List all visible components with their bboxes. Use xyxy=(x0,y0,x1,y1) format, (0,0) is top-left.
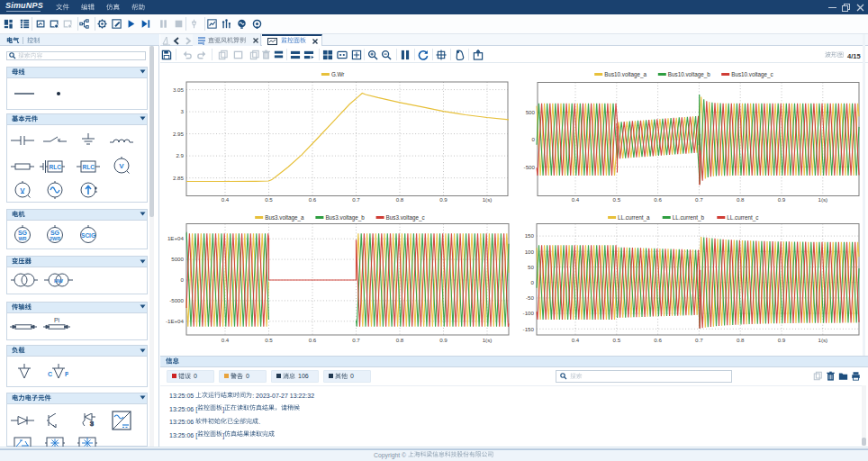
svg-text:-1E+04: -1E+04 xyxy=(166,318,185,324)
svg-text:0.4: 0.4 xyxy=(222,337,230,343)
svg-text:0.7: 0.7 xyxy=(352,196,360,203)
svg-text:0.7: 0.7 xyxy=(695,337,703,343)
svg-text:0.6: 0.6 xyxy=(309,196,317,203)
svg-text:0.5: 0.5 xyxy=(612,196,620,203)
svg-text:LL.current_b: LL.current_b xyxy=(673,214,705,221)
svg-text:0.8: 0.8 xyxy=(396,196,404,203)
svg-text:2.85: 2.85 xyxy=(173,175,185,181)
svg-text:Pi: Pi xyxy=(54,317,60,323)
svg-text:3: 3 xyxy=(90,420,94,427)
svg-text:50: 50 xyxy=(528,264,534,270)
svg-text:-150: -150 xyxy=(523,326,535,332)
svg-text:0: 0 xyxy=(531,279,535,285)
svg-text:1(s): 1(s) xyxy=(818,337,827,343)
svg-text:0.5: 0.5 xyxy=(265,196,273,203)
svg-text:Bus3.voltage_b: Bus3.voltage_b xyxy=(325,214,365,221)
svg-text:SG: SG xyxy=(50,230,60,236)
svg-text:100: 100 xyxy=(525,249,535,255)
svg-text:Bus3.voltage_c: Bus3.voltage_c xyxy=(386,214,425,221)
svg-text:0.9: 0.9 xyxy=(778,337,786,343)
svg-text:-50: -50 xyxy=(526,294,535,301)
svg-text:2.95: 2.95 xyxy=(173,131,185,137)
svg-text:0.8: 0.8 xyxy=(737,196,745,203)
svg-text:C: C xyxy=(48,371,52,377)
svg-text:0.4: 0.4 xyxy=(222,196,230,203)
svg-text:SG: SG xyxy=(18,230,28,236)
svg-text:0.9: 0.9 xyxy=(439,337,448,343)
svg-text:0.5: 0.5 xyxy=(612,337,620,343)
svg-text:P: P xyxy=(65,371,68,377)
svg-text:0.8: 0.8 xyxy=(396,337,404,343)
svg-text:0.9: 0.9 xyxy=(778,196,786,203)
svg-text:0.4: 0.4 xyxy=(572,196,580,203)
svg-text:0.9: 0.9 xyxy=(439,196,448,203)
svg-text:1(s): 1(s) xyxy=(483,337,493,343)
svg-text:RLC: RLC xyxy=(50,164,62,170)
svg-text:1(s): 1(s) xyxy=(818,196,827,203)
svg-text:Bus10.voltage_a: Bus10.voltage_a xyxy=(604,71,646,78)
svg-text:500: 500 xyxy=(526,109,536,115)
svg-text:0.7: 0.7 xyxy=(695,196,703,203)
svg-text:Bus10.voltage_b: Bus10.voltage_b xyxy=(668,71,710,78)
svg-text:0: 0 xyxy=(181,276,185,283)
svg-text:150: 150 xyxy=(525,232,535,239)
svg-text:0.4: 0.4 xyxy=(572,337,580,343)
svg-text:Bus10.voltage_c: Bus10.voltage_c xyxy=(731,71,773,78)
svg-text:LL.current_c: LL.current_c xyxy=(727,214,758,221)
svg-text:-500: -500 xyxy=(524,164,536,170)
svg-text:G.Wr: G.Wr xyxy=(331,71,345,77)
svg-text:5000: 5000 xyxy=(171,256,184,262)
svg-text:1(s): 1(s) xyxy=(483,196,493,203)
svg-text:3.05: 3.05 xyxy=(173,86,185,93)
svg-text:0.6: 0.6 xyxy=(654,337,662,343)
svg-text:0.5: 0.5 xyxy=(265,337,273,343)
svg-text:0.8: 0.8 xyxy=(737,337,745,343)
svg-text:-100: -100 xyxy=(523,310,535,316)
svg-text:0.6: 0.6 xyxy=(654,196,662,203)
svg-text:SCIG: SCIG xyxy=(81,232,95,239)
svg-text:WR: WR xyxy=(18,236,26,241)
svg-text:RLC: RLC xyxy=(83,164,95,170)
svg-text:1E+04: 1E+04 xyxy=(167,235,185,241)
svg-text:0.6: 0.6 xyxy=(309,337,317,343)
svg-text:0.7: 0.7 xyxy=(352,337,360,343)
svg-text:V: V xyxy=(119,162,124,170)
svg-text:Bus3.voltage_a: Bus3.voltage_a xyxy=(265,214,304,221)
svg-text:3: 3 xyxy=(181,108,185,114)
svg-text:HW: HW xyxy=(54,278,63,284)
svg-text:LL.current_a: LL.current_a xyxy=(618,214,650,221)
svg-text:2WR: 2WR xyxy=(50,236,60,241)
svg-text:0: 0 xyxy=(532,136,536,142)
svg-text:-5000: -5000 xyxy=(169,297,184,303)
svg-text:2.9: 2.9 xyxy=(176,152,184,158)
